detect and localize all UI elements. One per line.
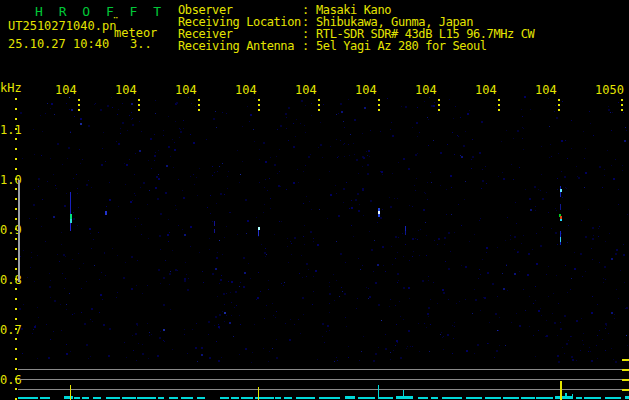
noise-dot: [382, 246, 384, 248]
noise-dot: [209, 357, 211, 359]
noise-dot: [571, 278, 572, 279]
event-marker-spike-1: [258, 387, 259, 400]
noise-dot: [480, 274, 481, 275]
noise-dot: [571, 336, 572, 337]
time-tick-dot: [138, 109, 140, 111]
noise-dot: [515, 202, 516, 203]
noise-dot: [34, 326, 36, 328]
noise-dot: [475, 299, 477, 301]
noise-dot: [351, 225, 352, 226]
noise-dot: [303, 171, 304, 172]
noise-dot: [30, 267, 31, 268]
noise-dot: [472, 156, 474, 158]
signal-trace-segment: [137, 397, 156, 399]
time-tick-dot: [378, 109, 380, 111]
noise-dot: [248, 263, 249, 264]
noise-dot: [139, 121, 140, 122]
noise-dot: [285, 323, 286, 324]
noise-dot: [608, 333, 609, 334]
noise-dot: [170, 156, 171, 157]
noise-dot: [385, 334, 386, 335]
noise-dot: [535, 210, 536, 211]
noise-dot: [50, 158, 51, 159]
noise-dot: [50, 339, 51, 340]
noise-dot: [417, 107, 418, 108]
noise-dot: [21, 328, 23, 330]
noise-dot: [525, 189, 526, 190]
noise-dot: [581, 220, 582, 221]
freq-tick-dot: [15, 348, 17, 350]
noise-dot: [444, 244, 445, 245]
noise-dot: [178, 179, 179, 180]
noise-dot: [523, 289, 524, 290]
noise-dot: [20, 256, 21, 257]
noise-dot: [78, 207, 79, 208]
noise-dot: [400, 316, 401, 317]
noise-dot: [197, 195, 198, 196]
noise-dot: [340, 140, 341, 141]
noise-dot: [428, 119, 429, 120]
noise-dot: [184, 280, 186, 282]
noise-dot: [448, 268, 450, 270]
noise-dot: [507, 217, 508, 218]
noise-dot: [182, 190, 183, 191]
noise-dot: [523, 235, 524, 236]
noise-dot: [514, 249, 515, 250]
noise-dot: [415, 190, 416, 191]
noise-dot: [253, 129, 254, 130]
noise-dot: [227, 176, 228, 177]
noise-dot: [565, 140, 566, 141]
noise-dot: [336, 139, 337, 140]
filename: UT2510271040.pn: [8, 20, 116, 33]
noise-dot: [361, 351, 362, 352]
noise-dot: [195, 347, 197, 349]
noise-dot: [350, 134, 351, 135]
noise-dot: [423, 209, 425, 211]
time-tick-dot: [78, 109, 80, 111]
noise-dot: [201, 354, 203, 356]
noise-dot: [354, 119, 356, 121]
noise-dot: [270, 157, 271, 158]
noise-dot: [541, 146, 542, 147]
noise-dot: [447, 144, 448, 145]
noise-dot: [393, 350, 394, 351]
noise-dot: [169, 232, 170, 233]
noise-dot: [125, 262, 126, 263]
noise-dot: [196, 323, 197, 324]
noise-dot: [598, 228, 599, 229]
info-label-3: Receiving Antenna: [178, 40, 294, 53]
noise-dot: [247, 106, 248, 107]
noise-dot: [222, 163, 223, 164]
noise-dot: [131, 288, 133, 290]
noise-dot: [254, 141, 255, 142]
noise-dot: [599, 166, 601, 168]
noise-dot: [108, 355, 110, 357]
noise-dot: [231, 302, 232, 303]
signal-trace-segment: [521, 397, 535, 399]
noise-dot: [53, 216, 55, 218]
noise-dot: [604, 266, 606, 268]
noise-dot: [471, 168, 472, 169]
noise-dot: [510, 239, 511, 240]
noise-dot: [219, 240, 220, 241]
noise-dot: [337, 360, 338, 361]
noise-dot: [116, 297, 117, 298]
noise-dot: [124, 163, 125, 164]
signal-trace-segment: [106, 397, 120, 399]
signal-trace-segment: [605, 397, 621, 399]
noise-dot: [272, 348, 273, 349]
noise-dot: [605, 241, 606, 242]
noise-dot: [382, 174, 383, 175]
noise-dot: [65, 278, 66, 279]
noise-dot: [303, 203, 304, 204]
noise-dot: [466, 350, 468, 352]
noise-dot: [327, 218, 328, 219]
noise-dot: [344, 293, 346, 295]
signal-trace-segment: [379, 397, 393, 399]
noise-dot: [454, 326, 455, 327]
noise-dot: [428, 276, 429, 277]
noise-dot: [598, 236, 599, 237]
noise-dot: [448, 232, 450, 234]
noise-dot: [67, 158, 68, 159]
time-tick-dot: [138, 99, 140, 101]
